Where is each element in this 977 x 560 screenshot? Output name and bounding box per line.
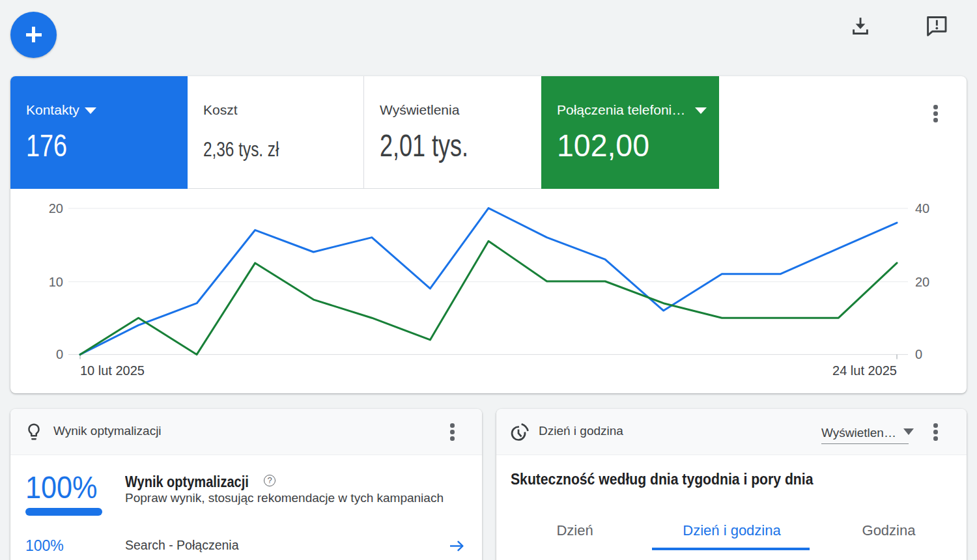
svg-text:10: 10 bbox=[49, 275, 63, 289]
svg-text:10 lut 2025: 10 lut 2025 bbox=[80, 363, 145, 378]
svg-text:0: 0 bbox=[56, 347, 63, 361]
svg-text:24 lut 2025: 24 lut 2025 bbox=[832, 363, 897, 378]
svg-text:0: 0 bbox=[915, 347, 922, 361]
svg-text:40: 40 bbox=[915, 201, 929, 216]
svg-text:20: 20 bbox=[49, 201, 63, 216]
svg-text:20: 20 bbox=[915, 275, 929, 289]
